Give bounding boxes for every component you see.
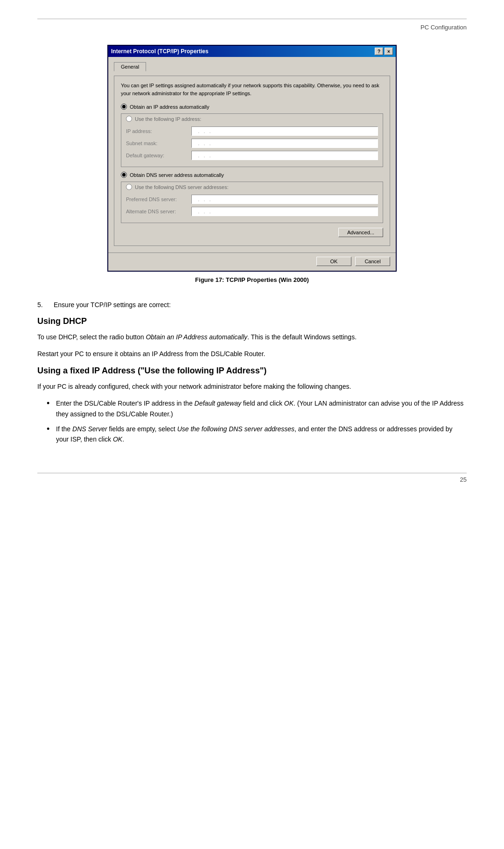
dhcp-para2: Restart your PC to ensure it obtains an … xyxy=(37,349,467,359)
cancel-button[interactable]: Cancel xyxy=(355,257,390,266)
page-header: PC Configuration xyxy=(37,24,467,31)
info-text: You can get IP settings assigned automat… xyxy=(121,82,383,97)
group-dns: Use the following DNS server addresses: … xyxy=(121,182,383,223)
radio-fixed-ip[interactable] xyxy=(126,116,132,122)
ok-button[interactable]: OK xyxy=(316,257,351,266)
default-gateway-row: Default gateway: xyxy=(126,151,378,160)
bullet2-ok: OK xyxy=(113,435,122,443)
dialog-title: Internet Protocol (TCP/IP) Properties xyxy=(111,48,209,55)
close-button[interactable]: × xyxy=(385,48,393,55)
radio-auto-ip[interactable] xyxy=(121,104,127,110)
bullet1-italic: Default gateway xyxy=(195,400,241,407)
bullet2-text: If the DNS Server fields are empty, sele… xyxy=(56,424,467,445)
default-gateway-input[interactable] xyxy=(191,151,378,160)
figure-caption: Figure 17: TCP/IP Properties (Win 2000) xyxy=(195,276,309,283)
bullet-dot-2: • xyxy=(47,424,56,435)
radio-auto-dns[interactable] xyxy=(121,172,127,178)
page-number: 25 xyxy=(460,476,467,483)
radio-fixed-ip-row: Use the following IP address: xyxy=(126,116,378,122)
bullet2-italic2: Use the following DNS server addresses xyxy=(177,425,294,433)
bullet1-text: Enter the DSL/Cable Router's IP address … xyxy=(56,398,467,419)
subnet-mask-input[interactable] xyxy=(191,139,378,148)
ip-fields: IP address: Subnet mask: Default gateway… xyxy=(126,126,378,160)
step5-row: 5. Ensure your TCP/IP settings are corre… xyxy=(37,300,467,310)
radio-auto-ip-row: Obtain an IP address automatically xyxy=(121,104,383,110)
dns-fields: Preferred DNS server: Alternate DNS serv… xyxy=(126,195,378,216)
footer-rule xyxy=(37,473,467,473)
bullet1-ok: OK xyxy=(284,400,294,407)
help-button[interactable]: ? xyxy=(375,48,383,55)
group-ip: Use the following IP address: IP address… xyxy=(121,113,383,167)
radio-auto-dns-row: Obtain DNS server address automatically xyxy=(121,172,383,178)
preferred-dns-input[interactable] xyxy=(191,195,378,204)
radio-fixed-dns-label: Use the following DNS server addresses: xyxy=(135,184,229,190)
radio-auto-dns-label: Obtain DNS server address automatically xyxy=(130,172,224,178)
alternate-dns-row: Alternate DNS server: xyxy=(126,207,378,216)
dialog-box: Internet Protocol (TCP/IP) Properties ? … xyxy=(107,45,397,272)
dhcp-para1-italic: Obtain an IP Address automatically xyxy=(146,333,247,341)
advanced-button[interactable]: Advanced... xyxy=(338,228,383,237)
preferred-dns-row: Preferred DNS server: xyxy=(126,195,378,204)
fixed-para1: If your PC is already configured, check … xyxy=(37,381,467,392)
section-fixed-heading: Using a fixed IP Address ("Use the follo… xyxy=(37,366,467,376)
default-gateway-label: Default gateway: xyxy=(126,153,191,158)
dialog-body: General You can get IP settings assigned… xyxy=(108,57,396,253)
header-label: PC Configuration xyxy=(420,24,467,31)
advanced-row: Advanced... xyxy=(121,228,383,237)
bullet-item-2: • If the DNS Server fields are empty, se… xyxy=(47,424,467,445)
radio-fixed-ip-label: Use the following IP address: xyxy=(135,116,201,122)
fixed-bullet-list: • Enter the DSL/Cable Router's IP addres… xyxy=(47,398,467,445)
titlebar-buttons: ? × xyxy=(375,48,393,55)
dialog-panel: You can get IP settings assigned automat… xyxy=(114,76,390,246)
alternate-dns-label: Alternate DNS server: xyxy=(126,209,191,214)
bullet-item-1: • Enter the DSL/Cable Router's IP addres… xyxy=(47,398,467,419)
subnet-mask-label: Subnet mask: xyxy=(126,140,191,146)
radio-fixed-dns-row: Use the following DNS server addresses: xyxy=(126,184,378,190)
ip-address-input[interactable] xyxy=(191,126,378,136)
subnet-mask-row: Subnet mask: xyxy=(126,139,378,148)
bullet-dot-1: • xyxy=(47,398,56,409)
page-footer: 25 xyxy=(37,476,467,483)
ip-address-label: IP address: xyxy=(126,128,191,134)
dialog-footer: OK Cancel xyxy=(108,253,396,271)
dialog-titlebar: Internet Protocol (TCP/IP) Properties ? … xyxy=(108,46,396,57)
ip-address-row: IP address: xyxy=(126,126,378,136)
dialog-wrapper: Internet Protocol (TCP/IP) Properties ? … xyxy=(37,45,467,292)
bullet2-italic1: DNS Server xyxy=(72,425,107,433)
radio-auto-ip-label: Obtain an IP address automatically xyxy=(130,104,209,110)
alternate-dns-input[interactable] xyxy=(191,207,378,216)
step5-number: 5. xyxy=(37,300,54,310)
tab-row: General xyxy=(114,62,390,71)
section-dhcp-heading: Using DHCP xyxy=(37,316,467,326)
dhcp-para1: To use DHCP, select the radio button Obt… xyxy=(37,332,467,342)
radio-fixed-dns[interactable] xyxy=(126,184,132,190)
step5-text: Ensure your TCP/IP settings are correct: xyxy=(54,300,171,310)
tab-general[interactable]: General xyxy=(114,62,146,71)
header-rule xyxy=(37,19,467,19)
preferred-dns-label: Preferred DNS server: xyxy=(126,196,191,202)
